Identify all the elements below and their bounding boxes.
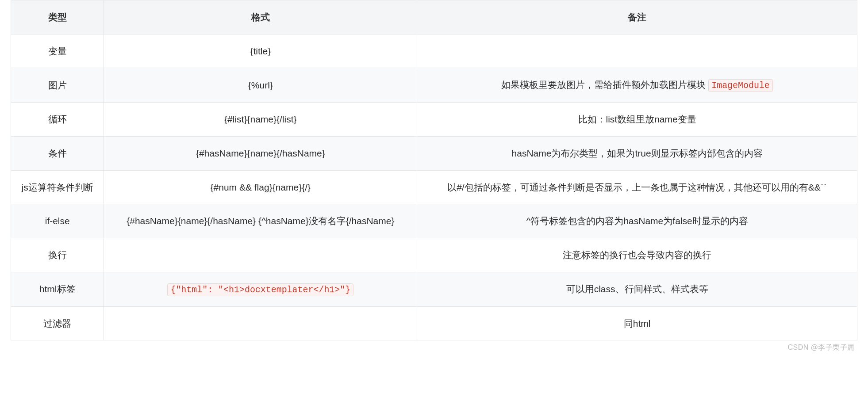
header-type: 类型	[11, 0, 104, 34]
cell-format: {%url}	[104, 68, 417, 103]
cell-type: 过滤器	[11, 306, 104, 340]
cell-note	[417, 34, 857, 68]
cell-type: 条件	[11, 136, 104, 170]
cell-type: js运算符条件判断	[11, 170, 104, 204]
watermark: CSDN @李子栗子麗	[11, 343, 857, 352]
table-row: 变量 {title}	[11, 34, 857, 68]
cell-type: 图片	[11, 68, 104, 103]
cell-type: html标签	[11, 272, 104, 306]
cell-note: 以#/包括的标签，可通过条件判断是否显示，上一条也属于这种情况，其他还可以用的有…	[417, 170, 857, 204]
table-row: html标签 {"html": "<h1>docxtemplater</h1>"…	[11, 272, 857, 306]
code-image-module: ImageModule	[708, 79, 773, 92]
cell-type: if-else	[11, 204, 104, 238]
code-html-example: {"html": "<h1>docxtemplater</h1>"}	[167, 283, 353, 296]
cell-format: {#hasName}{name}{/hasName}	[104, 136, 417, 170]
note-text: 如果模板里要放图片，需给插件额外加载图片模块	[501, 80, 708, 90]
cell-format	[104, 306, 417, 340]
header-format: 格式	[104, 0, 417, 34]
cell-type: 变量	[11, 34, 104, 68]
cell-type: 循环	[11, 103, 104, 137]
cell-note: 比如：list数组里放name变量	[417, 103, 857, 137]
cell-format: {#hasName}{name}{/hasName} {^hasName}没有名…	[104, 204, 417, 238]
cell-format: {#num && flag}{name}{/}	[104, 170, 417, 204]
table-row: 图片 {%url} 如果模板里要放图片，需给插件额外加载图片模块 ImageMo…	[11, 68, 857, 103]
table-row: js运算符条件判断 {#num && flag}{name}{/} 以#/包括的…	[11, 170, 857, 204]
cell-note: 同html	[417, 306, 857, 340]
syntax-table: 类型 格式 备注 变量 {title} 图片 {%url} 如果模板里要放图片，…	[11, 0, 857, 340]
cell-format: {"html": "<h1>docxtemplater</h1>"}	[104, 272, 417, 306]
cell-format	[104, 238, 417, 272]
page-root: 类型 格式 备注 变量 {title} 图片 {%url} 如果模板里要放图片，…	[0, 0, 868, 356]
cell-format: {#list}{name}{/list}	[104, 103, 417, 137]
table-row: 条件 {#hasName}{name}{/hasName} hasName为布尔…	[11, 136, 857, 170]
cell-note: 如果模板里要放图片，需给插件额外加载图片模块 ImageModule	[417, 68, 857, 103]
table-row: if-else {#hasName}{name}{/hasName} {^has…	[11, 204, 857, 238]
cell-note: hasName为布尔类型，如果为true则显示标签内部包含的内容	[417, 136, 857, 170]
cell-note: 注意标签的换行也会导致内容的换行	[417, 238, 857, 272]
cell-note: 可以用class、行间样式、样式表等	[417, 272, 857, 306]
cell-format: {title}	[104, 34, 417, 68]
table-row: 过滤器 同html	[11, 306, 857, 340]
table-header-row: 类型 格式 备注	[11, 0, 857, 34]
table-row: 换行 注意标签的换行也会导致内容的换行	[11, 238, 857, 272]
header-note: 备注	[417, 0, 857, 34]
cell-type: 换行	[11, 238, 104, 272]
table-row: 循环 {#list}{name}{/list} 比如：list数组里放name变…	[11, 103, 857, 137]
cell-note: ^符号标签包含的内容为hasName为false时显示的内容	[417, 204, 857, 238]
